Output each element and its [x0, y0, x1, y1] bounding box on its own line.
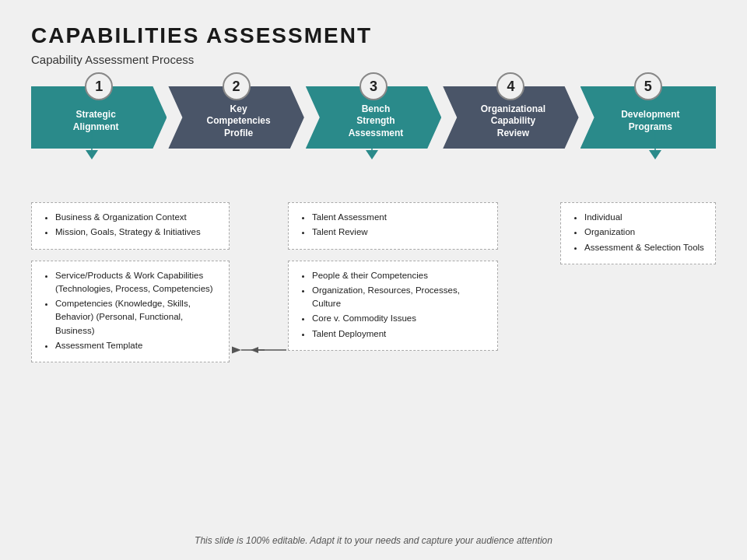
col3-box1-item3: Assessment & Selection Tools: [584, 241, 704, 254]
step-3-content: BenchStrengthAssessment: [325, 96, 423, 140]
col1-box2-list: Service/Products & Work Capabilities (Te…: [43, 269, 218, 353]
sub-title: Capability Assessment Process: [31, 53, 716, 66]
col1-box2-item3: Assessment Template: [55, 339, 218, 352]
step-4-content: OrganizationalCapabilityReview: [458, 96, 564, 140]
col3-box1-item1: Individual: [584, 211, 704, 224]
step-2: 2 KeyCompetenciesProfile: [168, 86, 303, 149]
col2-box1: Talent Assessment Talent Review: [288, 202, 498, 250]
col2-box1-item1: Talent Assessment: [312, 211, 486, 224]
slide: CAPABILITIES ASSESSMENT Capability Asses…: [0, 0, 747, 560]
content-area: Business & Organization Context Mission,…: [31, 194, 716, 521]
step-4: 4 OrganizationalCapabilityReview: [443, 86, 578, 149]
step-1-label: StrategicAlignment: [73, 109, 119, 133]
col1-box2-item2: Competencies (Knowledge, Skills, Behavio…: [55, 297, 218, 338]
step-2-number: 2: [223, 72, 251, 100]
col2-box1-item2: Talent Review: [312, 226, 486, 239]
col1-box2-item1: Service/Products & Work Capabilities (Te…: [55, 269, 218, 296]
step-3: 3 BenchStrengthAssessment: [306, 86, 441, 149]
col2-box2-item4: Talent Deployment: [312, 327, 486, 341]
step-3-label: BenchStrengthAssessment: [349, 103, 404, 140]
col2: Talent Assessment Talent Review People &…: [288, 202, 498, 351]
col2-box1-list: Talent Assessment Talent Review: [300, 211, 486, 240]
footer-text: This slide is 100% editable. Adapt it to…: [0, 535, 747, 546]
col2-box2-list: People & their Competencies Organization…: [300, 269, 486, 341]
step-1-content: StrategicAlignment: [61, 101, 138, 133]
step-5: 5 DevelopmentPrograms: [580, 86, 716, 149]
process-bar: 1 StrategicAlignment 2 KeyCompetenciesPr…: [31, 86, 716, 149]
col2-box2: People & their Competencies Organization…: [288, 261, 498, 351]
step-5-label: DevelopmentPrograms: [621, 109, 679, 133]
step-3-number: 3: [359, 72, 388, 100]
process-wrapper: 1 StrategicAlignment 2 KeyCompetenciesPr…: [31, 94, 716, 164]
col2-box2-item3: Core v. Commodity Issues: [312, 312, 486, 325]
col1: Business & Organization Context Mission,…: [31, 202, 230, 362]
col2-box2-item2: Organization, Resources, Processes, Cult…: [312, 284, 486, 311]
step-4-label: OrganizationalCapabilityReview: [481, 103, 545, 140]
col3-box1-list: Individual Organization Assessment & Sel…: [572, 211, 704, 254]
col1-box1: Business & Organization Context Mission,…: [31, 202, 230, 250]
step-1: 1 StrategicAlignment: [31, 86, 167, 149]
step-2-content: KeyCompetenciesProfile: [184, 96, 289, 140]
step-5-number: 5: [634, 72, 662, 100]
step-1-number: 1: [85, 72, 113, 100]
col1-box1-item1: Business & Organization Context: [55, 211, 218, 224]
col3: Individual Organization Assessment & Sel…: [560, 202, 716, 264]
col2-box2-item1: People & their Competencies: [312, 269, 486, 282]
main-title: CAPABILITIES ASSESSMENT: [31, 23, 716, 48]
col1-box1-item2: Mission, Goals, Strategy & Initiatives: [55, 226, 218, 239]
col1-box2: Service/Products & Work Capabilities (Te…: [31, 261, 230, 363]
step-4-number: 4: [496, 72, 524, 100]
col3-box1: Individual Organization Assessment & Sel…: [560, 202, 716, 264]
col1-box1-list: Business & Organization Context Mission,…: [43, 211, 218, 240]
col3-box1-item2: Organization: [584, 226, 704, 239]
step-2-label: KeyCompetenciesProfile: [207, 103, 271, 140]
step-5-content: DevelopmentPrograms: [598, 101, 698, 133]
